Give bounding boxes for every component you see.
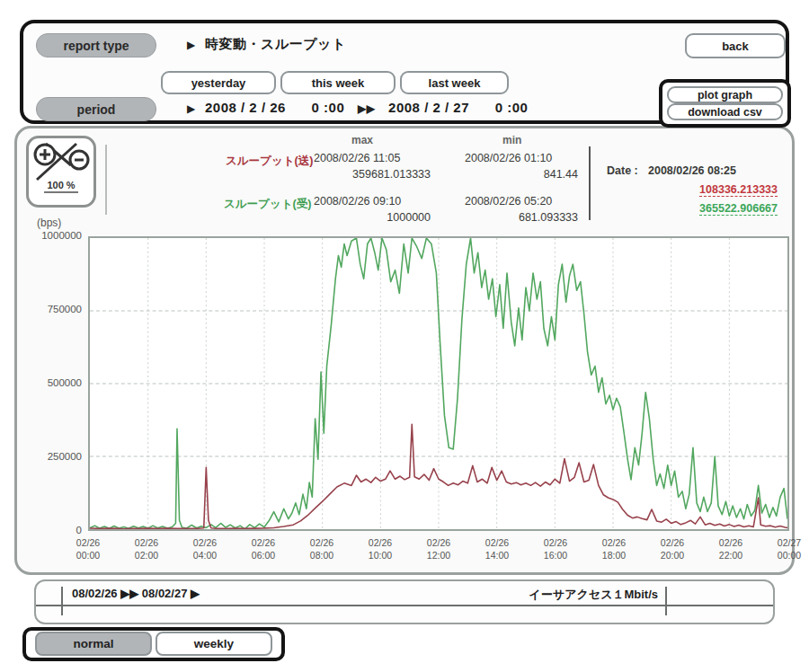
period-range-arrow-icon: ▶▶ bbox=[358, 102, 375, 115]
range-end-tick bbox=[665, 587, 667, 615]
send-series-label: スループット(送) bbox=[226, 154, 313, 169]
period-label: period bbox=[77, 102, 116, 117]
download-csv-button[interactable]: download csv bbox=[667, 103, 783, 120]
x-tick-label: 02/2618:00 bbox=[587, 536, 641, 561]
period-pill[interactable]: period bbox=[36, 97, 156, 121]
range-scrubber[interactable] bbox=[36, 605, 773, 606]
report-type-arrow-icon: ▶ bbox=[187, 39, 195, 51]
stats-max-header: max bbox=[351, 134, 373, 146]
send-max-time: 2008/02/26 11:05 bbox=[314, 152, 400, 164]
x-tick-label: 02/2614:00 bbox=[470, 536, 524, 561]
x-tick-label: 02/2700:00 bbox=[762, 536, 809, 561]
view-tabs: normal weekly bbox=[22, 627, 285, 661]
x-tick-label: 02/2606:00 bbox=[236, 536, 290, 561]
plot-graph-label: plot graph bbox=[698, 89, 752, 102]
throughput-plot[interactable] bbox=[88, 236, 789, 531]
divider bbox=[105, 145, 107, 215]
zoom-percent: 100 % bbox=[44, 180, 77, 193]
x-tick-label: 02/2610:00 bbox=[353, 536, 407, 561]
date-value: 2008/02/26 08:25 bbox=[648, 164, 736, 177]
throughput-chart-svg[interactable] bbox=[90, 238, 787, 529]
y-tick-label: 750000 bbox=[26, 304, 82, 314]
period-start-date[interactable]: 2008 / 2 / 26 bbox=[205, 100, 286, 115]
y-tick-label: 1000000 bbox=[26, 230, 82, 241]
this-week-label: this week bbox=[312, 76, 365, 90]
last-week-label: last week bbox=[429, 76, 481, 90]
send-min-value: 841.44 bbox=[468, 168, 578, 181]
this-week-button[interactable]: this week bbox=[280, 71, 396, 94]
x-tick-label: 02/2612:00 bbox=[412, 536, 466, 561]
tab-normal-label: normal bbox=[73, 637, 113, 650]
y-tick-label: 500000 bbox=[26, 377, 82, 388]
period-value[interactable]: 2008 / 2 / 26 0 :00 ▶▶ 2008 / 2 / 27 0 :… bbox=[205, 100, 537, 115]
last-week-button[interactable]: last week bbox=[400, 71, 509, 94]
x-tick-label: 02/2600:00 bbox=[61, 536, 115, 561]
x-tick-label: 02/2622:00 bbox=[704, 536, 758, 561]
recv-min-time: 2008/02/26 05:20 bbox=[465, 195, 552, 208]
recv-min-value: 681.093333 bbox=[468, 211, 578, 224]
y-tick-label: 250000 bbox=[26, 451, 82, 462]
download-csv-label: download csv bbox=[688, 106, 762, 119]
line-type-label: イーサアクセス１Mbit/s bbox=[503, 587, 658, 603]
tab-normal[interactable]: normal bbox=[35, 632, 152, 656]
x-tick-label: 02/2616:00 bbox=[529, 536, 582, 561]
x-tick-label: 02/2620:00 bbox=[645, 536, 699, 561]
stats-min-header: min bbox=[502, 134, 521, 146]
x-tick-label: 02/2604:00 bbox=[178, 536, 232, 561]
yesterday-label: yesterday bbox=[191, 76, 246, 90]
y-axis-unit: (bps) bbox=[37, 217, 61, 229]
back-button[interactable]: back bbox=[685, 33, 786, 58]
x-tick-label: 02/2608:00 bbox=[295, 536, 349, 561]
period-end-date[interactable]: 2008 / 2 / 27 bbox=[388, 100, 469, 115]
period-end-time[interactable]: 0 :00 bbox=[495, 100, 529, 115]
app-window: report type ▶ 時変動・スループット back yesterday … bbox=[0, 0, 809, 672]
tab-weekly[interactable]: weekly bbox=[156, 632, 272, 656]
date-label: Date : bbox=[607, 164, 638, 177]
recv-max-value: 1000000 bbox=[317, 211, 431, 224]
report-type-pill[interactable]: report type bbox=[36, 33, 156, 57]
zoom-magnifier-icon bbox=[30, 138, 93, 185]
cursor-recv-value: 365522.906667 bbox=[661, 202, 778, 215]
range-start-tick bbox=[61, 587, 63, 615]
report-type-label: report type bbox=[63, 39, 129, 53]
period-arrow-icon: ▶ bbox=[187, 102, 195, 115]
period-start-time[interactable]: 0 :00 bbox=[312, 100, 345, 115]
range-panel: 08/02/26 ▶▶ 08/02/27 ▶ イーサアクセス１Mbit/s bbox=[34, 579, 775, 624]
actions-box: plot graph download csv bbox=[659, 79, 791, 128]
chart-panel: 100 % max min スループット(送) 2008/02/26 11:05… bbox=[14, 126, 795, 575]
zoom-control[interactable]: 100 % bbox=[26, 136, 96, 208]
yesterday-button[interactable]: yesterday bbox=[161, 71, 276, 94]
stats-date-divider bbox=[589, 146, 591, 220]
send-min-time: 2008/02/26 01:10 bbox=[465, 152, 552, 164]
report-type-value: 時変動・スループット bbox=[205, 36, 346, 53]
x-tick-label: 02/2602:00 bbox=[120, 536, 173, 561]
recv-series-label: スループット(受) bbox=[224, 197, 311, 212]
y-tick-label: 0 bbox=[26, 525, 82, 535]
back-button-label: back bbox=[722, 40, 749, 53]
range-label[interactable]: 08/02/26 ▶▶ 08/02/27 ▶ bbox=[72, 587, 200, 600]
cursor-send-value: 108336.213333 bbox=[661, 183, 778, 196]
send-max-value: 359681.013333 bbox=[317, 168, 431, 181]
recv-max-time: 2008/02/26 09:10 bbox=[314, 195, 401, 208]
plot-graph-button[interactable]: plot graph bbox=[667, 86, 783, 103]
tab-weekly-label: weekly bbox=[194, 637, 234, 650]
